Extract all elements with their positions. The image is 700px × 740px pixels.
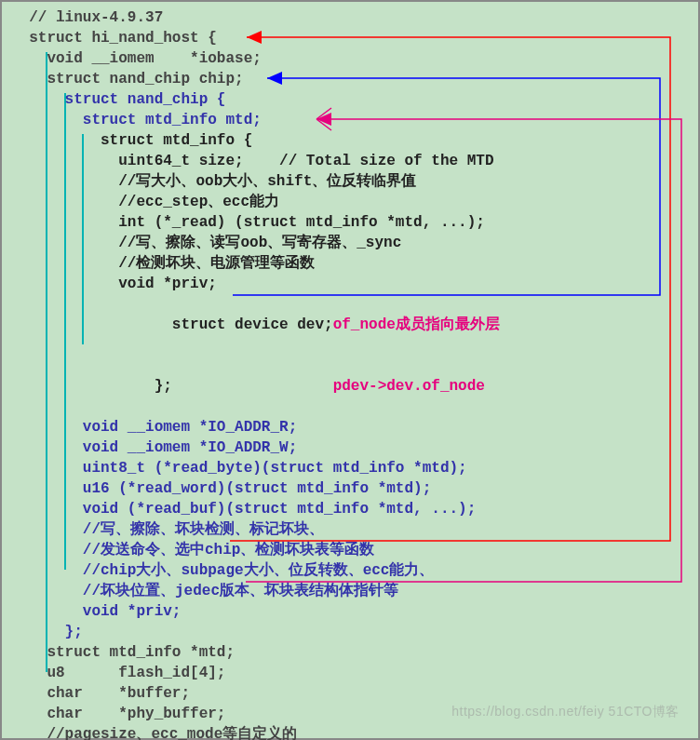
code-line: //ecc_step、ecc能力: [11, 192, 500, 212]
code-line: struct nand_chip {: [11, 89, 500, 110]
code-line: u16 (*read_word)(struct mtd_info *mtd);: [11, 478, 500, 499]
code-line: void __iomem *iobase;: [11, 48, 500, 69]
code-line: uint8_t (*read_byte)(struct mtd_info *mt…: [11, 458, 500, 478]
code-line: }; pdev->dev.of_node: [11, 356, 500, 417]
code-line: struct device dev;of_node成员指向最外层: [11, 294, 500, 356]
code-line: struct mtd_info {: [11, 130, 500, 151]
code-line: void *priv;: [11, 274, 500, 294]
code-line: char *buffer;: [11, 683, 500, 704]
code-line: u8 flash_id[4];: [11, 663, 500, 683]
code-line: //写、擦除、读写oob、写寄存器、_sync: [11, 233, 500, 253]
code-line: struct nand_chip chip;: [11, 69, 500, 89]
watermark: https://blog.csdn.net/feiy 51CTO博客: [451, 701, 680, 721]
code-block-container: // linux-4.9.37 struct hi_nand_host { vo…: [0, 0, 700, 740]
code-line: void __iomem *IO_ADDR_W;: [11, 437, 500, 458]
code-line: void *priv;: [11, 601, 500, 622]
code-line: // linux-4.9.37: [11, 7, 500, 28]
code-line: void __iomem *IO_ADDR_R;: [11, 417, 500, 437]
annotation: of_node成员指向最外层: [333, 316, 500, 333]
code-line: //写大小、oob大小、shift、位反转临界值: [11, 171, 500, 192]
code-line: //pagesize、ecc_mode等自定义的: [11, 724, 500, 740]
annotation: pdev->dev.of_node: [333, 378, 485, 395]
code-line: //检测坏块、电源管理等函数: [11, 253, 500, 274]
code-line: char *phy_buffer;: [11, 704, 500, 724]
code-line: uint64_t size; // Total size of the MTD: [11, 151, 500, 171]
code-line: struct mtd_info *mtd;: [11, 642, 500, 663]
code-line: //写、擦除、坏块检测、标记坏块、: [11, 519, 500, 540]
code-line: //坏块位置、jedec版本、坏块表结构体指针等: [11, 581, 500, 601]
code-line: struct mtd_info mtd;: [11, 110, 500, 130]
code-line: void (*read_buf)(struct mtd_info *mtd, .…: [11, 499, 500, 519]
annotation: [172, 378, 333, 395]
code-line: //发送命令、选中chip、检测坏块表等函数: [11, 540, 500, 560]
code-line: struct hi_nand_host {: [11, 28, 500, 48]
code-area: // linux-4.9.37 struct hi_nand_host { vo…: [11, 7, 500, 740]
code-line: };: [11, 622, 500, 642]
code-line: int (*_read) (struct mtd_info *mtd, ...)…: [11, 212, 500, 233]
code-line: //chip大小、subpage大小、位反转数、ecc能力、: [11, 560, 500, 581]
